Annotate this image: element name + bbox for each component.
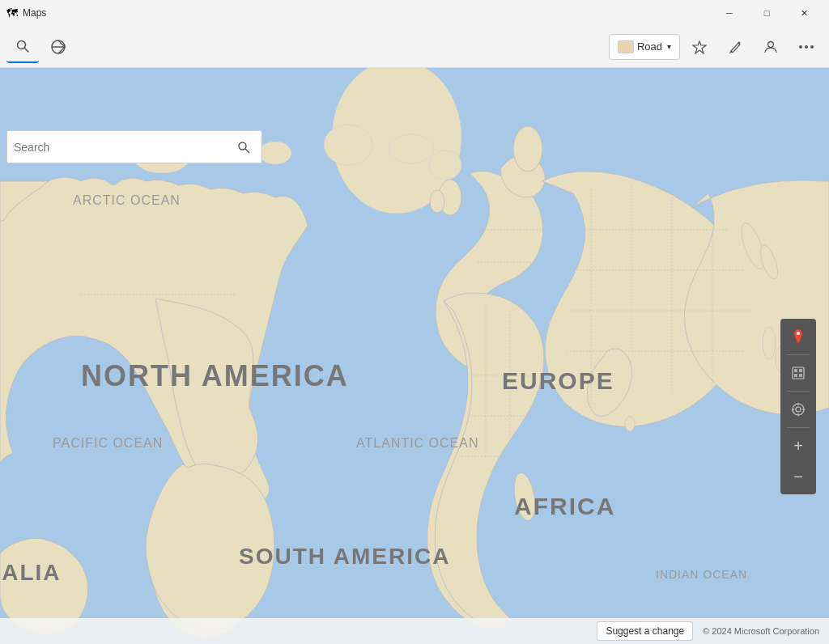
search-input[interactable] [14, 141, 232, 154]
suggest-change-button[interactable]: Suggest a change [597, 621, 693, 641]
svg-point-49 [793, 404, 804, 415]
svg-line-1 [25, 48, 29, 52]
svg-point-5 [799, 45, 802, 49]
pin-button[interactable] [784, 322, 813, 351]
minimize-button[interactable]: ─ [711, 0, 748, 26]
svg-line-42 [245, 149, 249, 153]
road-label: Road [637, 40, 662, 53]
svg-point-10 [324, 125, 372, 165]
svg-point-15 [513, 126, 542, 172]
app-icon: 🗺 [6, 6, 18, 19]
dropdown-arrow-icon: ▾ [667, 42, 671, 51]
toolbar-left [6, 31, 74, 63]
svg-point-23 [763, 327, 776, 359]
divider-2 [787, 391, 810, 392]
zoom-in-button[interactable]: + [784, 431, 813, 460]
svg-rect-48 [799, 374, 802, 377]
svg-point-14 [259, 142, 291, 164]
favorites-icon [692, 40, 707, 54]
copyright-text: © 2024 Microsoft Corporation [703, 626, 819, 636]
svg-point-19 [389, 134, 434, 163]
directions-button[interactable] [42, 31, 74, 63]
layers-button[interactable] [784, 358, 813, 388]
svg-point-11 [429, 150, 461, 180]
svg-rect-45 [794, 369, 797, 372]
search-bar [6, 130, 262, 163]
svg-point-43 [797, 332, 800, 335]
svg-point-50 [796, 407, 801, 412]
svg-rect-47 [794, 374, 797, 377]
layers-icon [791, 366, 806, 380]
search-tab-button[interactable] [6, 31, 39, 63]
svg-rect-46 [799, 369, 802, 372]
toolbar-right: Road ▾ [609, 31, 823, 63]
title-bar: 🗺 Maps ─ □ ✕ [0, 0, 829, 26]
map-container[interactable]: Arctic Ocean NORTH AMERICA EUROPE AFRICA… [0, 68, 829, 644]
toolbar: Road ▾ [0, 26, 829, 68]
svg-point-4 [768, 41, 774, 47]
map-style-button[interactable]: Road ▾ [609, 34, 680, 60]
divider-1 [787, 354, 810, 355]
location-icon [791, 402, 806, 417]
pin-icon [791, 328, 806, 345]
title-bar-left: 🗺 Maps [6, 6, 46, 19]
more-button[interactable] [790, 31, 823, 63]
svg-point-6 [805, 45, 808, 49]
ink-icon [728, 40, 742, 54]
app-title: Maps [23, 7, 46, 19]
favorites-button[interactable] [683, 31, 716, 63]
bottom-bar: Suggest a change © 2024 Microsoft Corpor… [0, 618, 829, 644]
search-tab-icon [15, 39, 30, 53]
road-icon [618, 40, 634, 53]
svg-point-17 [430, 190, 444, 213]
window-controls: ─ □ ✕ [711, 0, 823, 26]
maximize-button[interactable]: □ [748, 0, 785, 26]
zoom-out-button[interactable]: − [784, 462, 813, 491]
search-button[interactable] [232, 136, 255, 159]
ink-button[interactable] [719, 31, 751, 63]
search-icon [237, 141, 250, 154]
more-icon [799, 45, 814, 49]
account-icon [763, 40, 778, 54]
map-controls: + − [780, 319, 816, 494]
svg-marker-3 [693, 41, 706, 53]
location-button[interactable] [784, 395, 813, 424]
directions-icon [50, 39, 66, 55]
divider-3 [787, 427, 810, 428]
svg-point-7 [810, 45, 814, 49]
account-button[interactable] [755, 31, 787, 63]
svg-point-22 [625, 417, 635, 431]
close-button[interactable]: ✕ [785, 0, 823, 26]
